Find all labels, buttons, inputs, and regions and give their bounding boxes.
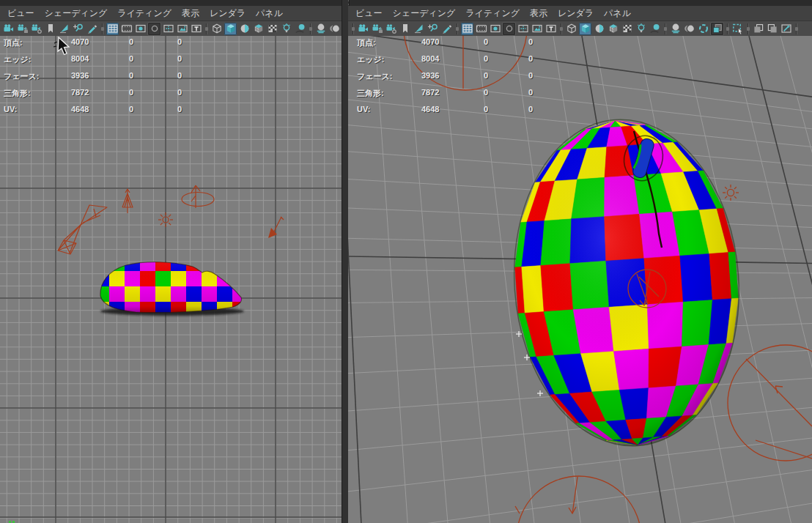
multisampling-icon[interactable] [711, 23, 723, 35]
hud-value: 0 [484, 37, 488, 46]
ssao-icon[interactable] [669, 23, 682, 35]
wireframe-display-icon[interactable] [210, 23, 223, 35]
camera-attributes-icon[interactable] [385, 23, 397, 35]
textured-display-icon[interactable] [252, 23, 265, 35]
toolbar-separator [559, 23, 563, 34]
shaded-textured-display-icon[interactable] [593, 23, 605, 35]
depth-of-field-icon[interactable] [697, 23, 709, 35]
snapshot-icon[interactable] [780, 23, 792, 35]
gate-mask-icon[interactable] [503, 23, 515, 35]
grease-pencil-icon[interactable] [440, 23, 453, 35]
hud-value: 0 [484, 54, 488, 63]
menu-show[interactable]: 表示 [177, 7, 204, 20]
menu-show[interactable]: 表示 [525, 7, 553, 20]
show-grid-icon[interactable] [461, 23, 473, 35]
show-grid-icon[interactable] [106, 23, 119, 35]
shadows-icon[interactable] [649, 23, 661, 35]
gate-mask-icon[interactable] [148, 23, 160, 35]
hud-label-tris: 三角形: [4, 88, 31, 99]
motion-blur-icon[interactable] [328, 23, 341, 35]
menu-view[interactable]: ビュー [2, 7, 40, 20]
safe-action-icon[interactable] [531, 23, 543, 35]
use-default-material-icon[interactable] [621, 23, 633, 35]
resolution-gate-icon[interactable] [489, 23, 501, 35]
hud-value: 7872 [421, 88, 439, 97]
viewport-side[interactable]: 頂点:407000 エッジ:800400 フェース:393600 三角形:787… [0, 36, 342, 523]
viewport-persp[interactable]: 頂点:407000 エッジ:800400 フェース:393600 三角形:787… [348, 36, 812, 523]
show-manipulators-icon[interactable] [58, 23, 70, 35]
toolbar-separator [100, 23, 104, 34]
menu-panels[interactable]: パネル [251, 7, 288, 20]
lock-camera-icon[interactable] [16, 23, 29, 35]
field-chart-icon[interactable] [517, 23, 529, 35]
panel-persp-view: ビュー シェーディング ライティング 表示 レンダラ パネル 頂点:407000 [348, 6, 812, 523]
point-light-icon [723, 185, 739, 201]
hud-value: 8004 [71, 54, 89, 63]
light-circle-bottom [515, 476, 641, 523]
lighting-all-icon[interactable] [635, 23, 647, 35]
hud-value: 7872 [71, 88, 89, 97]
hud-label-faces: フェース: [4, 71, 39, 82]
shadows-icon[interactable] [294, 23, 306, 35]
camera-attributes-icon[interactable] [30, 23, 43, 35]
film-gate-icon[interactable] [475, 23, 487, 35]
menu-lighting[interactable]: ライティング [112, 7, 177, 20]
hud-label-uvs: UV: [357, 105, 370, 114]
select-camera-icon[interactable] [357, 23, 369, 35]
shaded-display-icon[interactable] [224, 23, 237, 35]
hud-label-verts: 頂点: [4, 37, 23, 48]
safe-action-icon[interactable] [176, 23, 188, 35]
show-manipulators-icon[interactable] [413, 23, 425, 35]
hud-value: 4070 [71, 37, 89, 46]
hud-value: 0 [528, 88, 533, 97]
hud-label-faces: フェース: [357, 71, 392, 82]
panel-toolbar [0, 21, 342, 37]
hud-value: 0 [129, 105, 133, 114]
hud-value: 4648 [71, 105, 89, 114]
safe-title-icon[interactable] [190, 23, 202, 35]
ssao-icon[interactable] [314, 23, 327, 35]
hud-value: 0 [484, 71, 488, 80]
lighting-all-icon[interactable] [280, 23, 292, 35]
checker-mouse-persp [503, 112, 750, 453]
shaded-display-icon[interactable] [579, 23, 591, 35]
film-gate-icon[interactable] [120, 23, 133, 35]
toolbar-separator [746, 23, 750, 34]
textured-display-icon[interactable] [607, 23, 619, 35]
menu-view[interactable]: ビュー [350, 7, 388, 20]
lock-camera-icon[interactable] [371, 23, 383, 35]
poly-count-hud: 頂点:407000 エッジ:800400 フェース:393600 三角形:787… [348, 36, 812, 120]
motion-blur-icon[interactable] [683, 23, 695, 35]
menu-lighting[interactable]: ライティング [460, 7, 525, 20]
hud-label-verts: 頂点: [357, 37, 376, 48]
safe-title-icon[interactable] [545, 23, 557, 35]
hud-label-tris: 三角形: [357, 88, 384, 99]
maya-window: ビュー シェーディング ライティング 表示 レンダラ パネル 頂点:407000… [0, 0, 812, 523]
hud-value: 3936 [71, 71, 89, 80]
wireframe-display-icon[interactable] [565, 23, 577, 35]
hud-value: 8004 [421, 54, 439, 63]
bookmark-view-icon[interactable] [44, 23, 56, 35]
menu-shading[interactable]: シェーディング [40, 7, 113, 20]
toolbar-separator [663, 23, 667, 34]
menu-panels[interactable]: パネル [599, 7, 636, 20]
use-default-material-icon[interactable] [266, 23, 278, 35]
paste-view-icon[interactable] [766, 23, 778, 35]
zoom-region-icon[interactable] [427, 23, 439, 35]
menu-renderer[interactable]: レンダラ [553, 7, 599, 20]
field-chart-icon[interactable] [162, 23, 174, 35]
bookmark-view-icon[interactable] [399, 23, 411, 35]
isolate-select-icon[interactable] [731, 23, 744, 35]
menu-renderer[interactable]: レンダラ [204, 7, 251, 20]
select-camera-icon[interactable] [2, 23, 15, 35]
vertex-marker [537, 390, 543, 396]
shaded-textured-display-icon[interactable] [238, 23, 251, 35]
grease-pencil-icon[interactable] [86, 23, 98, 35]
hud-value: 0 [129, 54, 133, 63]
zoom-region-icon[interactable] [72, 23, 84, 35]
resolution-gate-icon[interactable] [134, 23, 147, 35]
hud-value: 0 [129, 71, 133, 80]
toolbar-separator [204, 23, 208, 34]
menu-shading[interactable]: シェーディング [388, 7, 461, 20]
copy-view-icon[interactable] [752, 23, 764, 35]
